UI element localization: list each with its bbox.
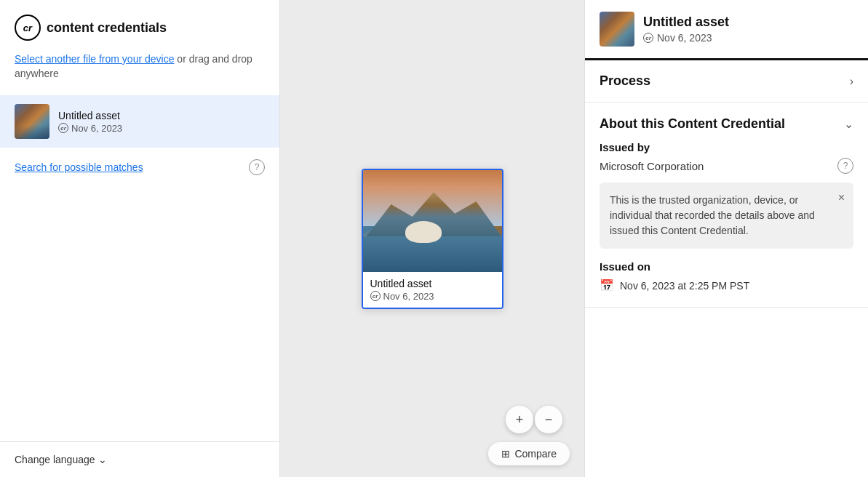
left-header: cr content credentials Select another fi… (0, 0, 279, 92)
select-file-link[interactable]: Select another file from your device (15, 53, 174, 65)
cr-logo-icon: cr (15, 15, 41, 41)
process-label: Process (600, 73, 650, 89)
tooltip-close-button[interactable]: × (838, 191, 845, 204)
compare-icon: ⊞ (501, 448, 510, 460)
image-card: Untitled asset cr Nov 6, 2023 (362, 169, 503, 309)
logo-row: cr content credentials (15, 15, 265, 41)
issued-on-row: 📅 Nov 6, 2023 at 2:25 PM PST (600, 278, 853, 292)
asset-thumbnail (15, 104, 49, 139)
zoom-out-button[interactable]: − (535, 406, 562, 433)
help-icon[interactable]: ? (249, 159, 265, 175)
image-card-image (363, 170, 503, 272)
search-matches-row: Search for possible matches ? (0, 148, 279, 187)
process-section-row[interactable]: Process › (585, 60, 868, 103)
asset-date: cr Nov 6, 2023 (58, 123, 265, 134)
right-thumbnail (600, 12, 634, 47)
right-asset-date-text: Nov 6, 2023 (657, 32, 712, 44)
tooltip-box: This is the trusted organization, device… (600, 183, 853, 249)
search-matches-link[interactable]: Search for possible matches (15, 161, 143, 173)
process-chevron-icon: › (850, 75, 853, 88)
about-section: About this Content Credential ⌄ Issued b… (585, 103, 868, 308)
asset-list-item[interactable]: Untitled asset cr Nov 6, 2023 (0, 95, 279, 148)
right-thumbnail-image (600, 12, 634, 47)
issuer-row: Microsoft Corporation ? (600, 158, 853, 174)
asset-date-text: Nov 6, 2023 (71, 123, 122, 134)
about-chevron-icon: ⌄ (844, 117, 853, 131)
image-card-info: Untitled asset cr Nov 6, 2023 (363, 272, 502, 308)
image-card-date: cr Nov 6, 2023 (370, 291, 495, 302)
tooltip-text: This is the trusted organization, device… (610, 193, 827, 238)
right-top: Untitled asset cr Nov 6, 2023 (585, 0, 868, 60)
issuer-help-icon[interactable]: ? (837, 158, 853, 174)
asset-name: Untitled asset (58, 110, 265, 121)
app-title: content credentials (47, 20, 167, 36)
img-animal-layer (405, 221, 442, 243)
calendar-icon: 📅 (600, 278, 614, 292)
image-card-name: Untitled asset (370, 278, 495, 289)
issued-on-date: Nov 6, 2023 at 2:25 PM PST (620, 280, 749, 292)
zoom-in-button[interactable]: + (506, 406, 533, 433)
right-asset-date: cr Nov 6, 2023 (643, 32, 729, 44)
left-panel: cr content credentials Select another fi… (0, 0, 280, 477)
right-panel: Untitled asset cr Nov 6, 2023 Process › … (584, 0, 868, 477)
right-asset-name: Untitled asset (643, 15, 729, 30)
issued-on-label: Issued on (600, 260, 853, 273)
select-file-text: Select another file from your device or … (15, 52, 265, 81)
cr-icon-right: cr (643, 33, 653, 43)
issued-by-label: Issued by (600, 141, 853, 153)
right-asset-info: Untitled asset cr Nov 6, 2023 (643, 15, 729, 44)
cr-icon: cr (58, 123, 68, 133)
about-header[interactable]: About this Content Credential ⌄ (600, 103, 853, 141)
compare-label: Compare (514, 448, 557, 460)
asset-info: Untitled asset cr Nov 6, 2023 (58, 110, 265, 134)
change-language-label: Change language (15, 454, 95, 465)
center-panel: Untitled asset cr Nov 6, 2023 + − ⊞ Comp… (280, 0, 584, 477)
image-card-date-text: Nov 6, 2023 (383, 291, 434, 302)
zoom-controls: + − (506, 406, 562, 433)
left-footer: Change language ⌄ (0, 441, 279, 477)
change-language-chevron: ⌄ (98, 454, 107, 465)
compare-button[interactable]: ⊞ Compare (488, 442, 570, 465)
asset-thumbnail-image (15, 104, 49, 139)
change-language-button[interactable]: Change language ⌄ (15, 454, 107, 465)
issuer-name: Microsoft Corporation (600, 160, 704, 172)
cr-icon-card: cr (370, 291, 381, 301)
about-title: About this Content Credential (600, 116, 785, 132)
